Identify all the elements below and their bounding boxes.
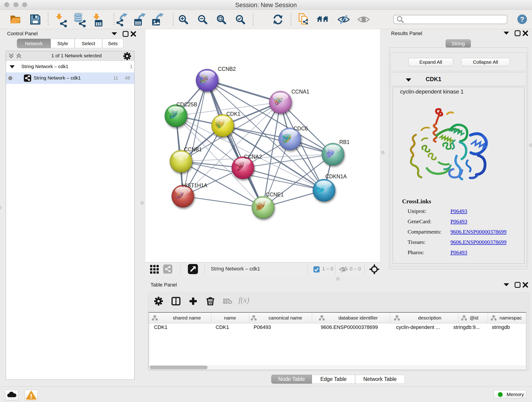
svg-text:CCNB2: CCNB2 bbox=[218, 66, 236, 72]
svg-text:HIST1H1A: HIST1H1A bbox=[182, 182, 208, 188]
svg-text:CCNA1: CCNA1 bbox=[291, 89, 309, 95]
svg-text:CCNB1: CCNB1 bbox=[184, 147, 202, 153]
svg-text:RB1: RB1 bbox=[339, 139, 350, 145]
svg-text:CDKN1A: CDKN1A bbox=[325, 173, 347, 179]
svg-text:CCNE1: CCNE1 bbox=[266, 191, 284, 198]
svg-text:CDC25B: CDC25B bbox=[177, 102, 197, 108]
svg-text:CCNA2: CCNA2 bbox=[244, 154, 262, 160]
svg-text:CDK1: CDK1 bbox=[226, 111, 240, 117]
svg-text:CDC6: CDC6 bbox=[293, 126, 308, 132]
svg-text:?: ? bbox=[520, 15, 524, 23]
